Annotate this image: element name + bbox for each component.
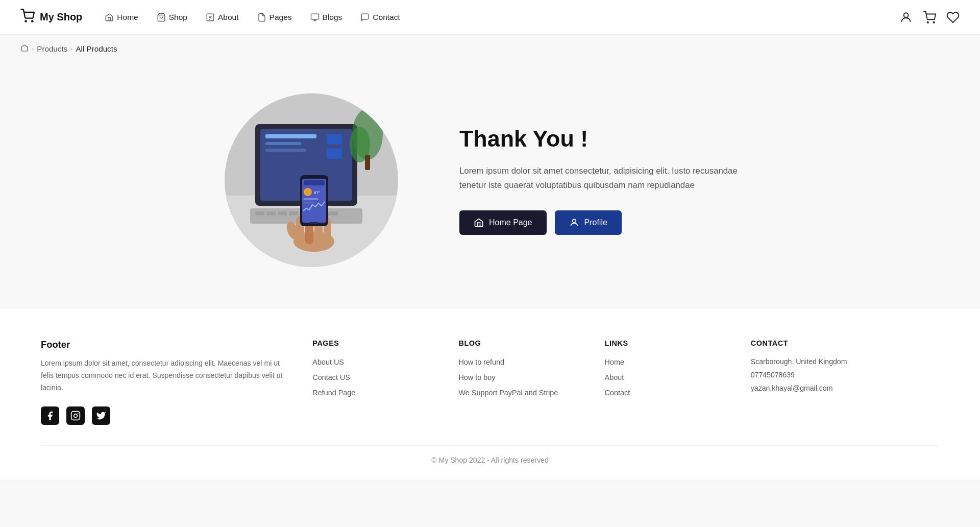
footer: Footer Lorem ipsum dolor sit amet, conse…: [0, 308, 980, 480]
facebook-icon[interactable]: [41, 406, 59, 425]
list-item: Contact US: [312, 373, 438, 382]
cta-buttons: Home Page Profile: [459, 210, 755, 235]
footer-blog-links: How to refund How to buy We Support PayP…: [458, 357, 584, 397]
footer-pages-col: PAGES About US Contact US Refund Page: [312, 339, 438, 425]
thank-you-section: Thank You ! Lorem ipsum dolor sit amet c…: [459, 126, 755, 235]
footer-grid: Footer Lorem ipsum dolor sit amet, conse…: [41, 339, 939, 425]
list-item: How to buy: [458, 373, 584, 382]
svg-rect-43: [310, 222, 318, 224]
copyright-text: © My Shop 2022 - All rights reserved: [431, 456, 548, 464]
footer-socials: [41, 406, 292, 425]
svg-rect-19: [265, 149, 306, 152]
footer-brand-desc: Lorem ipsum dolor sit amet, consectetur …: [41, 357, 292, 394]
svg-point-11: [927, 21, 928, 22]
cart-icon: [20, 9, 35, 26]
breadcrumb-chevron-2: ›: [70, 45, 72, 53]
blog-link-paypal[interactable]: We Support PayPal and Stripe: [458, 389, 558, 397]
nav-right-icons: [899, 11, 960, 24]
contact-address: Scarborough, United Kingdom: [751, 357, 939, 366]
navbar: My Shop Home Shop: [0, 0, 980, 35]
svg-rect-41: [304, 198, 318, 200]
svg-rect-17: [265, 134, 316, 138]
home-btn-icon: [474, 218, 484, 228]
profile-button[interactable]: Profile: [555, 210, 622, 235]
pages-link-about[interactable]: About US: [312, 358, 344, 366]
svg-rect-46: [365, 155, 370, 170]
footer-links-title: LINKS: [605, 339, 730, 347]
footer-bottom: © My Shop 2022 - All rights reserved: [41, 445, 939, 464]
cart-icon-btn[interactable]: [923, 11, 936, 24]
footer-blog-title: BLOG: [458, 339, 584, 347]
footer-pages-title: PAGES: [312, 339, 438, 347]
footer-contact-col: CONTACT Scarborough, United Kingdom 0774…: [751, 339, 939, 425]
breadcrumb: › Products › All Products: [0, 35, 980, 63]
svg-point-10: [904, 13, 909, 17]
svg-point-1: [32, 20, 33, 21]
about-icon: [206, 13, 215, 22]
breadcrumb-chevron-1: ›: [32, 45, 34, 53]
nav-contact[interactable]: Contact: [353, 9, 407, 26]
svg-rect-48: [71, 411, 80, 420]
list-item: Home: [605, 357, 730, 367]
footer-blog-col: BLOG How to refund How to buy We Support…: [458, 339, 584, 425]
blog-link-buy[interactable]: How to buy: [458, 373, 495, 381]
svg-rect-3: [207, 14, 214, 21]
footer-quick-links: Home About Contact: [605, 357, 730, 397]
footer-pages-links: About US Contact US Refund Page: [312, 357, 438, 397]
svg-rect-42: [304, 202, 314, 203]
svg-point-50: [78, 413, 79, 414]
wishlist-icon-btn[interactable]: [946, 11, 960, 24]
thank-you-title: Thank You !: [459, 126, 755, 152]
svg-rect-7: [311, 14, 318, 19]
svg-point-47: [572, 220, 576, 223]
brand-logo[interactable]: My Shop: [20, 9, 82, 26]
list-item: We Support PayPal and Stripe: [458, 388, 584, 397]
blog-link-refund[interactable]: How to refund: [458, 358, 504, 366]
nav-pages[interactable]: Pages: [250, 9, 299, 26]
main-content: 87° Thank You ! Lorem ipsum dolor sit am…: [0, 63, 980, 308]
footer-brand-name: Footer: [41, 339, 292, 350]
pages-icon: [257, 13, 266, 22]
contact-phone: 07745078639: [751, 371, 939, 379]
list-item: About US: [312, 357, 438, 367]
contact-email: yazan.khayal@gmail.com: [751, 384, 939, 392]
twitter-icon[interactable]: [92, 406, 110, 425]
blogs-icon: [310, 13, 320, 22]
hero-image: 87°: [225, 93, 398, 267]
list-item: How to refund: [458, 357, 584, 367]
svg-rect-20: [327, 134, 342, 145]
breadcrumb-home-icon: [20, 44, 29, 54]
home-page-button[interactable]: Home Page: [459, 210, 547, 235]
user-icon-btn[interactable]: [899, 11, 913, 24]
svg-point-12: [934, 21, 935, 22]
quick-link-contact[interactable]: Contact: [605, 389, 630, 397]
svg-rect-25: [278, 211, 287, 215]
thank-you-description: Lorem ipsum dolor sit amet consectetur, …: [459, 164, 755, 192]
svg-rect-23: [255, 211, 264, 215]
quick-link-home[interactable]: Home: [605, 358, 624, 366]
breadcrumb-current: All Products: [76, 44, 117, 53]
instagram-icon[interactable]: [66, 406, 85, 425]
contact-icon: [360, 13, 370, 22]
nav-blogs[interactable]: Blogs: [303, 9, 350, 26]
svg-point-39: [304, 188, 312, 196]
nav-shop[interactable]: Shop: [150, 9, 194, 26]
quick-link-about[interactable]: About: [605, 373, 624, 381]
pages-link-contact[interactable]: Contact US: [312, 373, 350, 381]
list-item: Refund Page: [312, 388, 438, 397]
footer-links-col: LINKS Home About Contact: [605, 339, 730, 425]
svg-rect-24: [266, 211, 276, 215]
svg-rect-21: [327, 149, 342, 159]
nav-home[interactable]: Home: [97, 9, 145, 26]
shop-icon: [157, 13, 166, 22]
pages-link-refund[interactable]: Refund Page: [312, 389, 355, 397]
footer-contact-title: CONTACT: [751, 339, 939, 347]
breadcrumb-products[interactable]: Products: [37, 44, 67, 53]
svg-rect-18: [265, 142, 301, 145]
svg-rect-26: [289, 211, 298, 215]
list-item: Contact: [605, 388, 730, 397]
svg-rect-38: [304, 180, 325, 185]
svg-point-49: [74, 414, 78, 417]
nav-about[interactable]: About: [199, 9, 246, 26]
svg-point-0: [25, 20, 26, 21]
